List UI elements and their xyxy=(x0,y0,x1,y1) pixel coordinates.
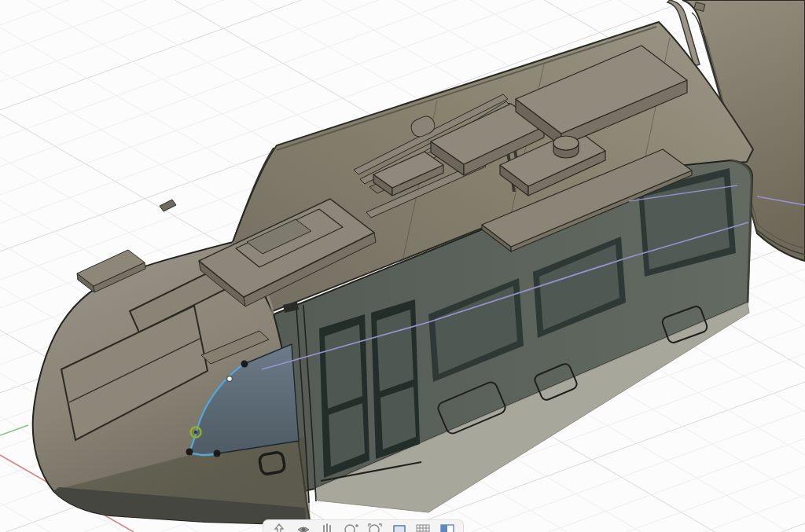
pan-button[interactable] xyxy=(319,523,335,532)
pan-icon xyxy=(321,523,333,532)
fit-button[interactable] xyxy=(367,523,383,532)
viewports-icon xyxy=(439,523,455,532)
door-left-upper-glass xyxy=(325,325,362,409)
zoom-icon xyxy=(344,523,359,532)
look-at-icon xyxy=(296,523,311,532)
door-right-upper-glass xyxy=(377,310,414,391)
cad-application-window: { "viewport": { "description": "3D CAD m… xyxy=(0,0,805,532)
spline-endpoint-bottom-right[interactable] xyxy=(214,450,221,457)
orbit-button[interactable] xyxy=(271,523,287,532)
spline-endpoint-bottom-left[interactable] xyxy=(186,449,193,456)
3d-viewport-canvas[interactable] xyxy=(0,0,805,532)
orbit-icon xyxy=(273,523,285,532)
grid-and-snaps-button[interactable] xyxy=(415,523,431,532)
roof-cylinder[interactable] xyxy=(553,136,579,150)
navigation-toolbar[interactable] xyxy=(263,519,464,532)
fit-icon xyxy=(367,523,383,532)
display-settings-button[interactable] xyxy=(391,523,407,532)
antenna-stub xyxy=(160,200,176,211)
spline-selected-point-center xyxy=(194,431,197,434)
tram-front-car[interactable] xyxy=(33,22,753,525)
spline-endpoint-top[interactable] xyxy=(241,361,248,368)
viewports-button[interactable] xyxy=(439,523,455,532)
display-settings-icon xyxy=(391,523,407,532)
grid-and-snaps-icon xyxy=(415,523,431,532)
zoom-button[interactable] xyxy=(344,523,359,532)
spline-interior-point[interactable] xyxy=(227,376,233,382)
look-at-button[interactable] xyxy=(296,523,311,532)
